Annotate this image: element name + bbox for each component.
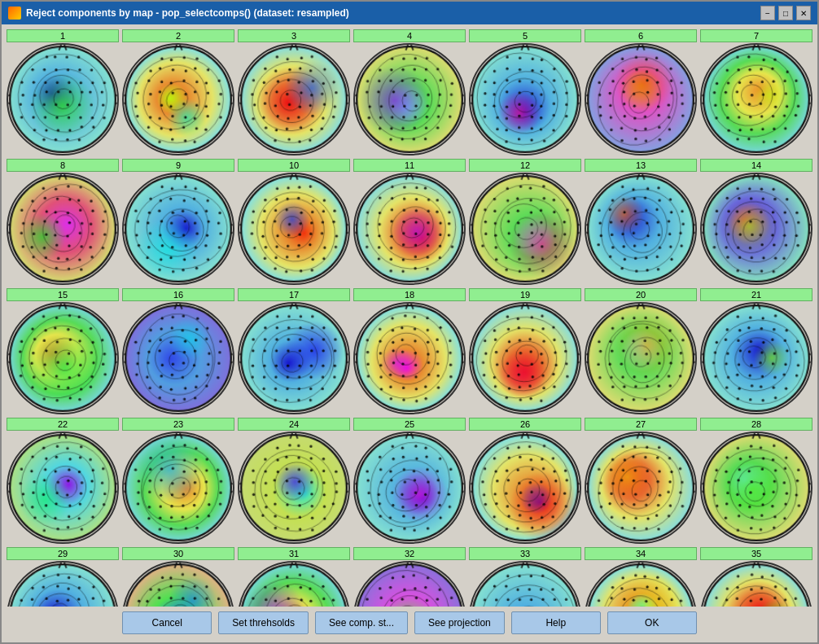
- topo-map-20[interactable]: [585, 302, 697, 414]
- topo-map-32[interactable]: [353, 561, 466, 607]
- topo-map-2[interactable]: [122, 43, 234, 156]
- see-comp-st-button[interactable]: See comp. st...: [315, 611, 408, 634]
- component-label-33[interactable]: 33: [469, 547, 581, 560]
- component-label-25[interactable]: 25: [353, 418, 466, 431]
- component-label-17[interactable]: 17: [238, 288, 350, 301]
- topo-map-28[interactable]: [700, 432, 812, 544]
- component-label-32[interactable]: 32: [353, 547, 466, 560]
- component-label-16[interactable]: 16: [122, 288, 234, 301]
- topo-map-24[interactable]: [238, 432, 350, 544]
- component-label-31[interactable]: 31: [238, 547, 350, 560]
- component-label-35[interactable]: 35: [700, 547, 812, 560]
- component-cell-16: 16: [122, 288, 234, 414]
- component-label-10[interactable]: 10: [238, 159, 350, 172]
- component-label-30[interactable]: 30: [122, 547, 234, 560]
- topo-map-7[interactable]: [700, 43, 812, 156]
- topo-canvas-15: [8, 304, 117, 413]
- topo-map-13[interactable]: [585, 173, 697, 285]
- topo-map-17[interactable]: [238, 302, 350, 414]
- component-label-26[interactable]: 26: [469, 418, 581, 431]
- component-label-20[interactable]: 20: [585, 288, 697, 301]
- component-cell-9: 9: [122, 159, 234, 285]
- topo-canvas-32: [355, 563, 464, 607]
- topo-canvas-14: [702, 174, 811, 283]
- set-thresholds-button[interactable]: Set threhsolds: [218, 611, 309, 634]
- topo-map-26[interactable]: [469, 432, 581, 544]
- topo-map-9[interactable]: [122, 173, 234, 285]
- topo-canvas-35: [702, 563, 811, 607]
- component-label-19[interactable]: 19: [469, 288, 581, 301]
- component-label-9[interactable]: 9: [122, 159, 234, 172]
- topo-map-34[interactable]: [585, 561, 697, 607]
- topo-map-14[interactable]: [700, 173, 812, 285]
- topo-map-15[interactable]: [7, 302, 119, 414]
- close-button[interactable]: ✕: [796, 6, 811, 20]
- topo-canvas-8: [8, 174, 117, 283]
- component-label-18[interactable]: 18: [353, 288, 466, 301]
- component-cell-21: 21: [700, 288, 812, 414]
- component-label-34[interactable]: 34: [585, 547, 697, 560]
- component-label-1[interactable]: 1: [7, 29, 119, 42]
- topo-map-6[interactable]: [585, 43, 697, 156]
- component-label-4[interactable]: 4: [353, 29, 466, 42]
- topo-map-5[interactable]: [469, 43, 581, 156]
- topo-map-1[interactable]: [7, 43, 119, 156]
- component-label-2[interactable]: 2: [122, 29, 234, 42]
- component-cell-28: 28: [700, 418, 812, 544]
- component-label-28[interactable]: 28: [700, 418, 812, 431]
- component-label-23[interactable]: 23: [122, 418, 234, 431]
- topo-map-19[interactable]: [469, 302, 581, 414]
- topo-map-29[interactable]: [7, 561, 119, 607]
- minimize-button[interactable]: −: [760, 6, 775, 20]
- component-label-14[interactable]: 14: [700, 159, 812, 172]
- topo-map-21[interactable]: [700, 302, 812, 414]
- titlebar-left: Reject components by map - pop_selectcom…: [8, 7, 349, 20]
- topo-map-16[interactable]: [122, 302, 234, 414]
- main-content: 1234567891011121314151617181920212223242…: [2, 24, 817, 642]
- help-button[interactable]: Help: [511, 611, 601, 634]
- see-projection-button[interactable]: See projection: [414, 611, 505, 634]
- topo-map-30[interactable]: [122, 561, 234, 607]
- component-label-27[interactable]: 27: [585, 418, 697, 431]
- component-label-6[interactable]: 6: [585, 29, 697, 42]
- component-label-29[interactable]: 29: [7, 547, 119, 560]
- topo-map-33[interactable]: [469, 561, 581, 607]
- cancel-button[interactable]: Cancel: [122, 611, 212, 634]
- topo-map-23[interactable]: [122, 432, 234, 544]
- component-label-22[interactable]: 22: [7, 418, 119, 431]
- topo-map-11[interactable]: [353, 173, 466, 285]
- topo-map-4[interactable]: [353, 43, 466, 156]
- eeglab-icon: [8, 7, 21, 20]
- component-cell-31: 31: [238, 547, 350, 607]
- component-label-7[interactable]: 7: [700, 29, 812, 42]
- topo-map-10[interactable]: [238, 173, 350, 285]
- topo-map-3[interactable]: [238, 43, 350, 156]
- component-label-15[interactable]: 15: [7, 288, 119, 301]
- component-label-8[interactable]: 8: [7, 159, 119, 172]
- component-label-11[interactable]: 11: [353, 159, 466, 172]
- topo-canvas-23: [124, 433, 233, 542]
- component-cell-3: 3: [238, 29, 350, 156]
- component-cell-5: 5: [469, 29, 581, 156]
- component-label-5[interactable]: 5: [469, 29, 581, 42]
- topo-map-27[interactable]: [585, 432, 697, 544]
- topo-map-35[interactable]: [700, 561, 812, 607]
- topo-map-8[interactable]: [7, 173, 119, 285]
- topo-map-31[interactable]: [238, 561, 350, 607]
- topo-map-18[interactable]: [353, 302, 466, 414]
- topo-canvas-5: [471, 45, 580, 154]
- component-label-21[interactable]: 21: [700, 288, 812, 301]
- ok-button[interactable]: OK: [607, 611, 697, 634]
- topo-canvas-13: [586, 174, 695, 283]
- maximize-button[interactable]: □: [778, 6, 793, 20]
- component-label-13[interactable]: 13: [585, 159, 697, 172]
- topo-canvas-4: [355, 45, 464, 154]
- topo-map-25[interactable]: [353, 432, 466, 544]
- topo-map-22[interactable]: [7, 432, 119, 544]
- topo-map-12[interactable]: [469, 173, 581, 285]
- component-label-12[interactable]: 12: [469, 159, 581, 172]
- component-cell-4: 4: [353, 29, 466, 156]
- component-label-24[interactable]: 24: [238, 418, 350, 431]
- component-label-3[interactable]: 3: [238, 29, 350, 42]
- topo-canvas-19: [471, 304, 580, 413]
